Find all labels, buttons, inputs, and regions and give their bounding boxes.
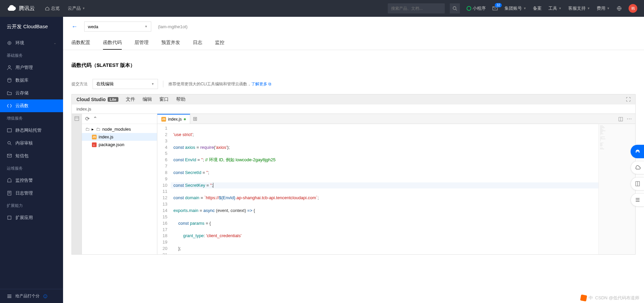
beian-link[interactable]: 备案	[533, 5, 542, 11]
fullscreen-icon[interactable]: ⛶	[626, 97, 631, 102]
sidebar-alert[interactable]: 监控告警	[0, 174, 63, 187]
minimap[interactable]: ▬▬▬▬▬▬▬▬▬▬▬▬▬▬▬▬▬▬▬▬▬▬▬▬▬▬▬▬▬▬▬▬▬▬▬▬▬▬▬▬…	[598, 124, 635, 254]
list-button[interactable]	[631, 193, 644, 207]
submit-label: 提交方法	[71, 81, 88, 87]
tab-log[interactable]: 日志	[193, 36, 202, 50]
log-icon	[7, 190, 12, 196]
docs-button[interactable]	[631, 177, 644, 190]
top-right: 小程序 32 集团账号▼ 备案 工具▼ 客服支持▼ 费用▼ 韩	[388, 3, 637, 13]
search-button[interactable]	[450, 3, 460, 13]
tab-code[interactable]: 函数代码	[103, 36, 122, 50]
svg-rect-15	[8, 216, 11, 219]
editor-tab-index[interactable]: JS index.js	[157, 114, 190, 124]
sidebar-hosting[interactable]: 静态网站托管	[0, 124, 63, 137]
smile-icon	[43, 294, 48, 299]
topbar: 腾讯云 总览 云产品 ▼ 小程序 32 集团账号▼ 备案 工具▼ 客服支持▼ 费…	[0, 0, 644, 17]
collapse-icon[interactable]: ⌃	[93, 116, 97, 122]
tree-root[interactable]: 🗀 ▸ 🗀 node_modules	[82, 125, 157, 133]
logo-area[interactable]: 腾讯云	[7, 4, 35, 13]
panel-title: 函数代码（$LATEST 版本）	[71, 57, 636, 74]
submit-method-select[interactable]: 在线编辑 ▼	[93, 79, 158, 89]
wm-logo-icon	[580, 295, 587, 302]
svg-point-21	[46, 295, 46, 296]
cloud-button[interactable]	[631, 161, 644, 174]
sidebar-review[interactable]: 内容审核	[0, 137, 63, 149]
tree-toolbar: ⟳ ⌃	[82, 114, 157, 124]
support-link[interactable]: 客服支持▼	[568, 5, 590, 11]
code-editor[interactable]: JS index.js ⊞ ◫ ⋯ 1234567891011121314151…	[157, 114, 635, 254]
miniapp-link[interactable]: 小程序	[467, 5, 486, 11]
menu-edit[interactable]: 编辑	[143, 96, 152, 102]
chevron-down-icon: ⌄	[54, 41, 56, 45]
miniapp-icon	[467, 6, 471, 11]
sms-icon	[7, 153, 12, 159]
inbox-link[interactable]: 32	[492, 6, 498, 11]
group-vas: 增值服务	[0, 112, 63, 124]
learn-more-link[interactable]: 了解更多 ⧉	[251, 82, 271, 86]
menu-window[interactable]: 窗口	[159, 96, 169, 102]
database-icon	[7, 78, 12, 83]
function-icon	[7, 103, 12, 109]
more-icon[interactable]: ⋯	[627, 116, 632, 122]
menu-help[interactable]: 帮助	[176, 96, 185, 102]
svg-point-20	[45, 295, 45, 296]
chevron-down-icon: ▼	[145, 25, 148, 28]
svg-point-5	[9, 42, 10, 44]
sidebar-user[interactable]: 用户管理	[0, 61, 63, 74]
sidebar-env[interactable]: 环境 ⌄	[0, 37, 63, 49]
sidebar-sms[interactable]: 短信包	[0, 149, 63, 162]
tree-index[interactable]: JS index.js	[82, 133, 157, 141]
chevron-down-icon: ▼	[151, 82, 154, 86]
code-content[interactable]: 'use strict'; const axios = require('axi…	[171, 124, 598, 254]
back-button[interactable]: ←	[71, 23, 77, 30]
env-selector[interactable]: weda ▼	[84, 21, 151, 32]
submit-row: 提交方法 在线编辑 ▼ 推荐使用更强大的CLI工具编辑和管理云函数，了解更多 ⧉	[71, 74, 636, 94]
user-avatar[interactable]: 韩	[629, 4, 637, 13]
search-input[interactable]	[388, 3, 445, 13]
svg-rect-8	[7, 129, 11, 132]
sidebar-function[interactable]: 云函数	[0, 99, 63, 112]
nav-overview[interactable]: 总览	[45, 5, 60, 11]
tab-config[interactable]: 函数配置	[71, 36, 90, 50]
brand-text: 腾讯云	[19, 5, 35, 12]
svg-point-0	[453, 7, 456, 10]
studio-logo: Cloud Studio Lite	[76, 97, 118, 102]
globe-icon[interactable]	[616, 6, 622, 11]
lite-badge: Lite	[108, 97, 118, 102]
svg-point-4	[8, 41, 11, 45]
header-row: ← weda ▼ (lam-mgthe1ot)	[63, 17, 644, 36]
tab-provision[interactable]: 预置并发	[161, 36, 180, 50]
sidebar-storage[interactable]: 云存储	[0, 87, 63, 99]
menu-file[interactable]: 文件	[126, 96, 135, 102]
js-file-icon: JS	[92, 135, 97, 139]
tools-link[interactable]: 工具▼	[548, 5, 561, 11]
refresh-icon[interactable]: ⟳	[85, 116, 90, 122]
explorer-icon[interactable]	[74, 116, 79, 121]
sidebar-extapp[interactable]: 扩展应用	[0, 211, 63, 224]
cost-link[interactable]: 费用▼	[597, 5, 610, 11]
user-icon	[7, 65, 12, 70]
sidebar-db[interactable]: 数据库	[0, 74, 63, 87]
split-icon[interactable]: ◫	[618, 116, 623, 122]
group-account[interactable]: 集团账号▼	[504, 5, 526, 11]
gear-icon	[7, 40, 12, 46]
nav-products[interactable]: 云产品 ▼	[68, 5, 85, 11]
sidebar-log[interactable]: 日志管理	[0, 187, 63, 200]
chevron-down-icon: ▼	[558, 7, 561, 10]
watermark: 中 CSDN @低代码布道师	[581, 295, 639, 301]
menu-icon	[7, 294, 12, 299]
chat-button[interactable]	[631, 145, 644, 158]
hint-text: 推荐使用更强大的CLI工具编辑和管理云函数，了解更多 ⧉	[168, 81, 271, 87]
chevron-down-icon: ▼	[523, 7, 526, 10]
svg-point-19	[44, 294, 47, 298]
js-file-icon: JS	[161, 117, 166, 122]
svg-point-7	[8, 78, 11, 80]
code-body[interactable]: 123456789101112131415161718192021222324 …	[157, 124, 635, 254]
new-tab-button[interactable]: ⊞	[190, 116, 200, 122]
tab-layer[interactable]: 层管理	[135, 36, 149, 50]
svg-line-1	[456, 9, 457, 11]
tab-tools: ◫ ⋯	[618, 116, 635, 122]
sidebar-footer[interactable]: 给产品打个分	[0, 289, 63, 303]
tab-monitor[interactable]: 监控	[215, 36, 224, 50]
tree-package[interactable]: {} package.json	[82, 141, 157, 148]
